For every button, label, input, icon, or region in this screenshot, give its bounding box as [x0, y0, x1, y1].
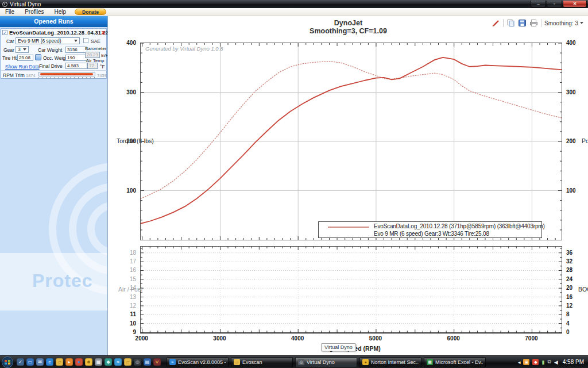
afr-tick-label: 10 — [130, 320, 136, 326]
occ-weight-field[interactable] — [65, 55, 87, 61]
folder2-icon[interactable]: ▱ — [124, 358, 131, 366]
chart-area: DynoJet Smoothing=3, CF=1.09 Smoothing: … — [109, 16, 588, 355]
system-tray: ◂▣◆▮⧉◀ 4:58 PM — [518, 359, 588, 365]
network-icon[interactable]: ⧉ — [547, 359, 551, 365]
norton-icon: ● — [362, 359, 369, 365]
rpm-tick-label: 3000 — [213, 335, 226, 342]
boost-tick-label: 36 — [566, 249, 572, 255]
boost-tick-label: 24 — [566, 275, 572, 282]
annotate-pencil-icon[interactable] — [491, 19, 500, 27]
folder-icon[interactable]: ▱ — [56, 358, 63, 366]
taskbar-button-norton-internet-sec[interactable]: ●Norton Internet Sec... — [359, 357, 421, 367]
generated-watermark: Generated by Virtual Dyno 1.0.8 — [145, 45, 223, 52]
maximize-button[interactable]: ▫ — [547, 1, 562, 7]
boost-tick-label: 20 — [566, 285, 572, 291]
red-v-icon[interactable]: V — [153, 358, 161, 366]
menu-help[interactable]: Help — [49, 9, 71, 15]
power-tick-label: 200 — [566, 138, 576, 144]
barometer-label: Barometer — [85, 46, 106, 51]
final-drive-field[interactable] — [65, 63, 87, 69]
taskbar-button-microsoft-excel-ev[interactable]: ▦Microsoft Excel - Ev... — [424, 357, 486, 367]
torque-tick-label: 400 — [126, 40, 136, 46]
display-icon[interactable]: ▭ — [26, 358, 34, 366]
teal-tool-icon[interactable]: ◆ — [105, 358, 112, 366]
rpm-trim-slider[interactable] — [38, 72, 95, 76]
boost-tick-label: 12 — [566, 302, 572, 308]
power-tick-label: 300 — [566, 89, 576, 95]
gear-label: Gear — [3, 47, 14, 53]
smoothing-dropdown[interactable]: Smoothing: 3 — [544, 20, 583, 26]
tray-app-red-icon[interactable]: ◆ — [532, 359, 539, 365]
sae-checkbox[interactable] — [83, 38, 88, 43]
sae-label: SAE — [91, 39, 100, 44]
dyno-plot: Generated by Virtual Dyno 1.0.8 — [140, 43, 562, 240]
rpm-tick-label: 6000 — [447, 335, 460, 342]
taskbar-tooltip: Virtual Dyno — [321, 343, 356, 351]
media-player-icon[interactable]: ▸ — [65, 358, 73, 366]
taskbar-button-evoscan-v2-8-0005[interactable]: ≈EvoScan v2.8.0005 - ... — [167, 357, 229, 367]
checkmark-icon[interactable]: ✓ — [17, 358, 24, 366]
copy-icon[interactable] — [506, 19, 515, 27]
gear-select[interactable]: 3 — [16, 46, 29, 53]
car-select[interactable]: Evo 9 MR (6 speed) — [16, 37, 80, 44]
watermark-text: Protec — [32, 270, 93, 292]
taskbar-clock[interactable]: 4:58 PM — [563, 359, 584, 365]
rpm-max-value: 7439 — [97, 73, 107, 78]
taskbar-button-virtual-dyno[interactable]: ◎Virtual Dyno — [295, 357, 357, 367]
run-panel: ✓ EvoScanDataLog_2010.12.28_04.31.23 X C… — [1, 28, 107, 79]
rpm-tick-label: 2000 — [136, 335, 148, 342]
save-icon[interactable] — [518, 19, 527, 27]
torque-tick-label: 100 — [126, 187, 136, 193]
tire-ht-field[interactable] — [17, 55, 33, 61]
mail-icon[interactable]: ✉ — [36, 358, 44, 366]
show-run-data-link[interactable]: Show Run Data — [5, 64, 40, 70]
menu-bar: File Profiles Help Donate — [0, 8, 588, 16]
swoosh-icon[interactable]: ≈ — [114, 358, 122, 366]
air-temp-unit: °F — [100, 64, 105, 70]
afr-tick-label: 15 — [130, 275, 136, 282]
rpm-tick-label: 5000 — [369, 335, 382, 342]
car-weight-field[interactable] — [65, 47, 87, 53]
run-checkbox[interactable]: ✓ — [2, 30, 7, 35]
app-icon — [2, 2, 7, 7]
notification-chevron-icon[interactable]: ◂ — [518, 359, 521, 365]
menu-file[interactable]: File — [0, 9, 20, 15]
rpm-tick-label: 4000 — [291, 335, 304, 342]
battery-icon[interactable]: ▮ — [541, 359, 544, 365]
rpm-tick-label: 7000 — [525, 335, 537, 342]
chrome-icon[interactable]: ● — [75, 358, 83, 366]
barometer-field — [85, 52, 100, 58]
boost-tick-label: 16 — [566, 293, 572, 300]
internet-explorer-icon[interactable]: e — [46, 358, 53, 366]
taskbar-button-label: Norton Internet Sec... — [371, 359, 419, 365]
afr-boost-plot-svg — [141, 247, 562, 332]
close-button[interactable]: ✕ — [563, 1, 587, 7]
run-close-icon[interactable]: X — [102, 29, 105, 36]
print-icon[interactable] — [529, 19, 538, 27]
minimize-button[interactable]: – — [531, 1, 546, 7]
start-button[interactable] — [2, 356, 13, 368]
tire-ht-label: Tire Ht — [2, 55, 17, 61]
window-grid-icon[interactable]: ▦ — [95, 358, 102, 366]
donate-button[interactable]: Donate — [75, 9, 106, 15]
sidebar: Opened Runs ✓ EvoScanDataLog_2010.12.28_… — [0, 16, 108, 355]
afr-boost-plot — [140, 246, 562, 334]
volume-icon[interactable]: ◀ — [554, 359, 558, 365]
taskbar-button-label: Virtual Dyno — [307, 359, 335, 365]
notebook-icon[interactable]: ▤ — [144, 358, 151, 366]
torque-tick-label: 300 — [126, 89, 136, 95]
messenger-icon[interactable]: ☻ — [85, 358, 92, 366]
virtual-dyno-icon: ◎ — [298, 359, 304, 365]
power-axis-label: Power (HP) — [582, 137, 588, 144]
run-title: EvoScanDataLog_2010.12.28_04.31.23 — [9, 29, 108, 36]
boost-axis-label: BOOST — [578, 286, 588, 293]
afr-tick-label: 13 — [130, 293, 136, 300]
tray-app-orange-icon[interactable]: ▣ — [523, 359, 529, 365]
tire-calculator-button[interactable] — [35, 54, 41, 60]
disc-icon[interactable]: ◎ — [134, 358, 141, 366]
taskbar-button-evoscan[interactable]: ▱Evoscan — [231, 357, 293, 367]
toolbar-separator — [541, 19, 541, 27]
rpm-min-value: 1874 — [26, 73, 36, 78]
menu-profiles[interactable]: Profiles — [20, 9, 49, 15]
dyno-plot-svg — [141, 43, 562, 240]
